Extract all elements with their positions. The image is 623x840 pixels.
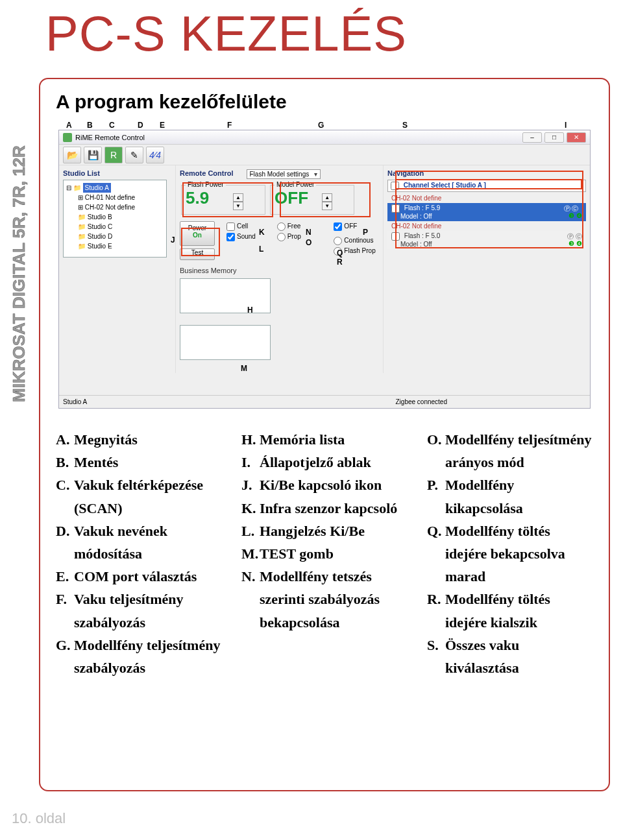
status-studio: Studio A (59, 398, 176, 405)
model-power-label: Model Power (275, 181, 316, 188)
continous-label: Continous (344, 237, 373, 244)
annot-I: I (565, 121, 567, 130)
model-power-value: OFF (275, 188, 320, 208)
open-button[interactable]: 📂 (63, 147, 81, 163)
navigation-label: Navigation (387, 169, 586, 177)
annot-C: C (109, 121, 115, 130)
studio-tree[interactable]: ⊟ 📁 Studio A ⊞ CH-01 Not define ⊞ CH-02 … (63, 180, 167, 258)
studio-list-label: Studio List (63, 169, 171, 177)
remote-control-label: Remote Control (180, 169, 234, 177)
business-memory-label: Business Memory (180, 267, 379, 274)
cell-checkbox[interactable] (226, 222, 235, 231)
continous-radio[interactable] (334, 237, 342, 245)
annot-K-letter: K (259, 228, 265, 237)
annot-S: S (402, 121, 408, 130)
off-checkbox[interactable] (334, 222, 342, 231)
annot-H-letter: H (247, 306, 253, 315)
studio-a-item[interactable]: Studio A (83, 183, 111, 193)
save-button[interactable]: 💾 (84, 147, 102, 163)
prop-label: Prop (287, 233, 301, 240)
window-minimize-button[interactable]: – (522, 132, 542, 143)
free-radio[interactable] (277, 222, 286, 231)
legend: A.Megnyitás B.Mentés C.Vakuk feltérképez… (56, 428, 593, 679)
annot-B: B (87, 121, 93, 130)
free-label: Free (287, 222, 301, 230)
window-titlebar: RiME Remote Control – □ ✕ (59, 130, 590, 145)
annot-O-letter: O (306, 238, 312, 247)
flash-model-settings-dd[interactable]: Flash Model settings (247, 169, 321, 179)
scan-button[interactable]: R (104, 147, 123, 163)
annot-M-letter: M (241, 364, 247, 373)
power-button[interactable]: PowerOn (180, 221, 215, 246)
annot-Q-letter: Q (337, 248, 343, 258)
status-connection: Zigbee connected (395, 398, 590, 405)
annot-F: F (227, 121, 232, 130)
statusbar: Studio A Zigbee connected (59, 395, 590, 408)
page-title: PC-S KEZELÉS (45, 5, 407, 62)
sound-label: Sound (237, 233, 256, 240)
model-power-stepper[interactable]: ▲▼ (322, 193, 332, 210)
studio-d[interactable]: Studio D (66, 232, 164, 241)
window-title: RiME Remote Control (75, 134, 522, 141)
annot-A: A (66, 121, 72, 130)
legend-col-2: H.Memória lista I.Állapotjelző ablak J.K… (241, 428, 408, 679)
nav-row-4[interactable]: Flash : F 5.0 Model : Off Ⓟ Ⓒ ❸ ❹ (387, 231, 586, 249)
app-window: RiME Remote Control – □ ✕ 📂 💾 R ✎ 4⁄4 St… (58, 130, 591, 409)
comport-button[interactable]: 4⁄4 (146, 147, 164, 163)
content-frame: A program kezelőfelülete A B C D E F G S… (39, 78, 610, 791)
nav-row4-checkbox[interactable] (391, 232, 400, 241)
flash-power-stepper[interactable]: ▲▼ (233, 193, 243, 210)
studio-b[interactable]: Studio B (66, 212, 164, 222)
cell-label: Cell (237, 222, 248, 230)
off-label: OFF (344, 222, 357, 230)
rename-button[interactable]: ✎ (125, 147, 143, 163)
studio-list-panel: Studio List ⊟ 📁 Studio A ⊞ CH-01 Not def… (59, 165, 176, 373)
test-button[interactable]: Test (180, 248, 215, 260)
select-all-checkbox[interactable] (391, 182, 399, 190)
studio-e[interactable]: Studio E (66, 241, 164, 251)
flash-power-label: Flash Power (186, 181, 226, 188)
flashprop-label: Flash Prop (344, 247, 375, 254)
app-icon (63, 133, 72, 142)
window-close-button[interactable]: ✕ (567, 132, 586, 143)
navigation-panel: Navigation Channel Select [ Studio A ] C… (384, 165, 590, 373)
subtitle: A program kezelőfelülete (56, 91, 593, 113)
studio-ch01[interactable]: CH-01 Not define (85, 194, 135, 201)
annot-E: E (160, 121, 165, 130)
annot-D: D (138, 121, 143, 130)
legend-col-1: A.Megnyitás B.Mentés C.Vakuk feltérképez… (56, 428, 222, 679)
business-memory-box[interactable] (180, 278, 271, 313)
side-model-label: MIKROSAT DIGITAL 5R, 7R, 12R (9, 145, 29, 402)
page-number: 10. oldal (12, 810, 66, 827)
toolbar: 📂 💾 R ✎ 4⁄4 (59, 145, 590, 165)
remote-control-panel: Remote Control Flash Model settings Flas… (176, 165, 384, 373)
flash-power-value: 5.9 (186, 188, 231, 208)
nav-row-1[interactable]: CH-02 Not define (387, 193, 586, 203)
nav-row-selected[interactable]: Flash : F 5.9 Model : Off Ⓟ Ⓒ ❸ ❹ (387, 203, 586, 221)
studio-ch02[interactable]: CH-02 Not define (85, 204, 135, 211)
annot-G: G (318, 121, 324, 130)
annot-P-letter: P (363, 228, 368, 237)
channel-select-header[interactable]: Channel Select [ Studio A ] (387, 180, 586, 192)
studio-c[interactable]: Studio C (66, 222, 164, 232)
window-maximize-button[interactable]: □ (544, 132, 564, 143)
legend-col-3: O.Modellfény teljesítmény arányos mód P.… (427, 428, 593, 679)
sound-checkbox[interactable] (226, 233, 235, 241)
annot-R-letter: R (337, 258, 343, 267)
nav-row-3[interactable]: CH-02 Not define (387, 221, 586, 231)
annot-J-letter: J (171, 235, 175, 245)
business-memory-box-2[interactable] (180, 325, 271, 360)
annot-N-letter: N (306, 228, 312, 237)
annot-L-letter: L (259, 245, 263, 254)
prop-radio[interactable] (277, 233, 286, 241)
nav-row-checkbox[interactable] (391, 204, 400, 213)
